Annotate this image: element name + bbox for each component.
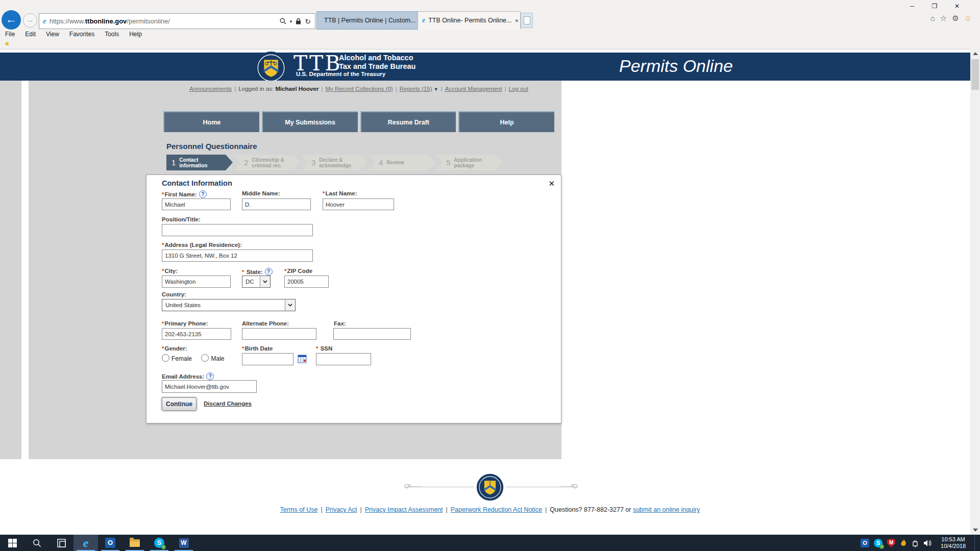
tab-ttb-online-active[interactable]: e TTB Online- Permits Online... ×	[418, 11, 521, 30]
taskbar-word-button[interactable]: W	[172, 535, 196, 551]
app-title: Permits Online	[619, 56, 733, 76]
menu-file[interactable]: File	[0, 30, 20, 39]
menu-tools[interactable]: Tools	[100, 30, 124, 39]
taskbar-outlook-button[interactable]: O	[98, 535, 122, 551]
tray-skype-icon[interactable]: S✓	[874, 539, 883, 547]
gender-label: *Gender:	[162, 345, 187, 352]
primary-phone-input[interactable]	[162, 328, 231, 340]
favorites-bar-star-icon[interactable]: ★	[4, 40, 10, 47]
country-select[interactable]: United States	[162, 299, 296, 311]
menu-view[interactable]: View	[41, 30, 64, 39]
home-icon[interactable]: ⌂	[930, 14, 935, 23]
search-caret-icon[interactable]: ▾	[290, 19, 292, 24]
scroll-down-icon[interactable]	[973, 529, 978, 532]
fax-input[interactable]	[333, 328, 411, 340]
log-out-link[interactable]: Log out	[509, 86, 528, 92]
settings-gear-icon[interactable]: ⚙	[952, 14, 959, 23]
privacy-act-link[interactable]: Privacy Act	[326, 506, 357, 513]
privacy-impact-link[interactable]: Privacy Impact Assessment	[365, 506, 443, 513]
terms-of-use-link[interactable]: Terms of Use	[280, 506, 318, 513]
middle-name-input[interactable]	[242, 198, 311, 210]
dialog-close-icon[interactable]: ✕	[548, 179, 555, 188]
position-title-input[interactable]	[162, 224, 313, 236]
taskbar-ie-button[interactable]: e	[74, 535, 98, 551]
contact-information-dialog: ✕ Contact Information *First Name:? Midd…	[146, 174, 561, 423]
first-name-input[interactable]	[162, 198, 231, 210]
page-title: Personnel Questionnaire	[166, 142, 257, 151]
refresh-icon[interactable]: ↻	[305, 17, 311, 26]
tray-flame-icon[interactable]	[900, 539, 907, 547]
start-button[interactable]	[0, 535, 24, 551]
gender-male-radio[interactable]	[201, 354, 209, 362]
page-scrollbar[interactable]	[970, 49, 980, 535]
calendar-icon[interactable]	[298, 354, 307, 365]
tray-mcafee-icon[interactable]: M	[887, 539, 895, 547]
menu-favorites[interactable]: Favorites	[64, 30, 100, 39]
internet-explorer-icon: e	[83, 536, 89, 550]
reports-dropdown-icon[interactable]: ▼	[434, 87, 438, 92]
address-bar[interactable]: e https://www.ttbonline.gov/permitsonlin…	[39, 13, 315, 29]
taskbar-search-button[interactable]	[24, 535, 49, 551]
paperwork-reduction-link[interactable]: Paperwork Reduction Act Notice	[451, 506, 542, 513]
city-input[interactable]	[162, 276, 231, 288]
favorites-star-icon[interactable]: ☆	[940, 14, 947, 23]
announcements-link[interactable]: Announcements	[189, 86, 232, 92]
taskbar-skype-button[interactable]: S✓	[147, 535, 172, 551]
gender-female-radio[interactable]	[162, 354, 169, 362]
gender-female-option[interactable]: Female	[172, 355, 192, 362]
email-input[interactable]	[162, 380, 257, 393]
task-view-button[interactable]	[49, 535, 74, 551]
scrollbar-thumb[interactable]	[971, 59, 979, 90]
windows-logo-icon	[8, 539, 17, 547]
online-inquiry-link[interactable]: submit an online inquiry	[633, 506, 700, 513]
alternate-phone-input[interactable]	[242, 328, 316, 340]
step-citizenship: 2 Citizenship &criminal rec.	[234, 155, 300, 170]
ie-page-icon: e	[43, 17, 46, 26]
show-desktop-button[interactable]	[974, 535, 977, 551]
nav-home-button[interactable]: Home	[163, 111, 259, 132]
zip-code-label: *ZIP Code	[284, 268, 312, 274]
new-tab-button[interactable]	[521, 13, 533, 28]
taskbar-explorer-button[interactable]	[122, 535, 147, 551]
search-icon[interactable]	[280, 18, 286, 24]
last-name-label: *Last Name:	[323, 190, 357, 196]
menu-help[interactable]: Help	[124, 30, 147, 39]
account-management-link[interactable]: Account Management	[445, 86, 502, 92]
state-select-chevron-icon[interactable]	[260, 276, 270, 287]
taskbar-clock[interactable]: 10:53 AM 10/4/2018	[937, 536, 970, 549]
forward-button[interactable]: →	[23, 13, 37, 28]
reports-link[interactable]: Reports (15)	[400, 86, 432, 92]
birth-date-label: *Birth Date	[242, 345, 273, 352]
email-help-icon[interactable]: ?	[206, 372, 214, 380]
first-name-help-icon[interactable]: ?	[199, 190, 207, 198]
state-select[interactable]: DC	[242, 276, 271, 288]
birth-date-input[interactable]	[242, 353, 293, 365]
address-input[interactable]	[162, 249, 313, 262]
nav-resume-draft-button[interactable]: Resume Draft	[360, 111, 456, 132]
nav-help-button[interactable]: Help	[458, 111, 554, 132]
menu-edit[interactable]: Edit	[20, 30, 41, 39]
tray-outlook-icon[interactable]: O	[861, 539, 869, 547]
zip-code-input[interactable]	[284, 276, 329, 288]
tab-ttb-permits-online[interactable]: TTB | Permits Online | Custom...	[316, 11, 419, 30]
window-close-button[interactable]: ✕	[948, 1, 966, 11]
state-help-icon[interactable]: ?	[265, 268, 273, 276]
window-restore-button[interactable]: ❐	[926, 1, 943, 11]
discard-changes-link[interactable]: Discard Changes	[204, 400, 252, 407]
back-button[interactable]: ←	[2, 10, 21, 30]
tab-close-icon[interactable]: ×	[514, 17, 519, 24]
record-collections-link[interactable]: My Record Collections (0)	[325, 86, 393, 92]
continue-button[interactable]: Continue	[162, 397, 197, 411]
feedback-smiley-icon[interactable]: ☺	[964, 14, 972, 23]
state-label: * State:?	[242, 268, 273, 276]
ssn-input[interactable]	[316, 353, 371, 365]
tray-volume-icon[interactable]	[923, 539, 932, 547]
last-name-input[interactable]	[323, 198, 394, 210]
gender-male-option[interactable]: Male	[211, 355, 224, 362]
nav-my-submissions-button[interactable]: My Submissions	[262, 111, 358, 132]
scroll-up-icon[interactable]	[973, 52, 978, 55]
window-minimize-button[interactable]: ─	[903, 1, 921, 11]
tray-usb-icon[interactable]	[912, 539, 919, 547]
country-select-chevron-icon[interactable]	[285, 299, 295, 311]
logged-in-text: Logged in as: Michael Hoover	[238, 86, 318, 92]
